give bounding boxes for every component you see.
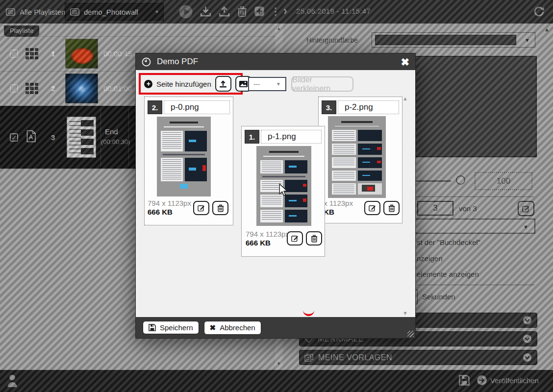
modal-scroll-down-icon[interactable]: ▼ [402,310,408,316]
trash-icon [217,204,224,212]
save-button-label: Speichern [160,323,193,332]
publish-arrow-icon[interactable] [477,375,487,386]
clock-icon [142,57,151,67]
plus-glyph: + [146,80,150,87]
select-arrow-icon: ▼ [525,37,530,43]
upload-icon [219,80,227,88]
tab-current-playlist[interactable]: demo_Photowall ▾ [65,3,164,21]
page-number-input[interactable] [417,201,453,216]
page-name-input[interactable] [164,100,230,114]
column-divider [128,109,129,166]
dialog-header[interactable]: Demo PDF ✖ [136,53,415,70]
playlist-tab[interactable]: Playliste [4,25,39,37]
page-card-p2: 3. 794 x 1123px 666 KB [318,97,402,223]
refresh-button[interactable] [533,6,545,17]
tab-current-playlist-label: demo_Photowall [84,8,138,16]
chevron-down-icon[interactable]: ▾ [155,8,158,15]
anzeigen-text: nzeigen [417,254,443,263]
cancel-button[interactable]: ✖ Abbrechen [204,321,261,335]
edit-page-button[interactable] [518,201,534,216]
item-index: 1 [51,49,55,58]
checkbox-checked-icon[interactable]: ✓ [10,133,18,142]
tab-all-playlists[interactable]: Alle Playlisten [6,3,65,21]
page-card-p1: 1. 794 x 1123px 666 KB [241,126,325,257]
item-duration: 00:01:00 [103,84,132,93]
page-order-badge: 3. [322,100,336,114]
download-button[interactable] [200,6,211,17]
edit-page-button[interactable] [287,231,303,245]
plus-circle-icon: + [144,80,152,88]
accordion-meine-vorlagen[interactable]: MEINE VORLAGEN [299,350,537,365]
add-item-button[interactable] [254,6,265,17]
item-label: End [105,127,118,136]
buchdeckel-text: st der "Buchdeckel" [417,238,480,246]
slider-handle[interactable] [456,175,465,185]
page-card-p0: 2. 794 x 1123px 666 KB [144,97,233,225]
playlist-icon [6,8,15,16]
trash-button[interactable] [237,6,247,17]
checkbox-checked-icon[interactable]: ✓ [10,84,18,93]
dialog-footer: Speichern ✖ Abbrechen [136,317,415,338]
item-thumbnail-poppy[interactable] [65,39,98,69]
playlist-icon [70,8,79,16]
grid-drag-icon[interactable] [25,83,38,94]
edit-page-button[interactable] [364,201,380,215]
item-thumbnail-pdf[interactable] [67,117,96,158]
page-dimensions: 794 x 1123px [148,199,191,208]
background-color-label: Hintergrundfarbe [306,36,358,44]
shrink-images-label: Bilder verkleinern [292,75,352,93]
image-icon [239,80,248,88]
save-button[interactable]: Speichern [143,321,199,334]
background-color-select[interactable]: ▼ [372,32,535,48]
upload-page-button[interactable] [215,76,231,92]
user-icon[interactable] [7,374,18,388]
item-index: 2 [51,84,55,93]
chevron-circle-down-icon [523,316,532,325]
delete-page-button[interactable] [383,201,400,215]
pdf-file-icon [25,130,36,143]
modal-scroll-up-icon[interactable]: ▲ [402,96,408,101]
scroll-up-icon[interactable]: ▲ [276,26,281,31]
cancel-button-label: Abbrechen [220,323,255,332]
delete-page-button[interactable] [306,231,322,245]
item-thumbnail-nebula[interactable] [65,74,98,103]
upload-button[interactable] [219,6,230,17]
page-name-input[interactable] [338,100,399,114]
select-arrow-icon: ▼ [276,81,281,87]
publish-button[interactable]: Veröffentlichen [490,376,539,385]
pdf-page-thumbnail[interactable] [328,116,386,198]
red-annotation-mark [303,310,314,316]
elemente-text: elemente anzeigen [417,270,479,278]
pdf-page-thumbnail[interactable] [157,117,211,196]
shrink-images-button[interactable]: Bilder verkleinern [291,76,353,92]
page-format-select[interactable]: --- ▼ [248,77,286,91]
edit-pencil-icon [198,204,205,212]
chevron-right-icon[interactable]: › [283,5,287,17]
close-icon[interactable]: ✖ [401,57,409,67]
color-swatch [375,35,516,45]
chevron-circle-down-icon [523,334,532,343]
resize-handle[interactable] [407,331,414,337]
seconds-label: Sekunden [422,293,455,301]
checkbox-checked-icon[interactable]: ✓ [10,49,18,58]
page-of-label: von 3 [459,204,477,213]
column-divider [101,109,101,166]
dialog-title: Demo PDF [157,57,198,67]
pdf-page-thumbnail[interactable] [256,146,311,226]
bottom-bar: Veröffentlichen [0,370,553,392]
page-filesize: 666 KB [148,208,191,217]
item-duration: (00:00:30) [101,138,130,146]
more-options-button[interactable]: ⋮ [271,6,280,16]
edit-pencil-icon [369,204,376,212]
edit-page-button[interactable] [193,201,209,215]
delete-page-button[interactable] [212,201,228,215]
panel-scroll-up-icon[interactable]: ▲ [544,26,550,32]
page-name-input[interactable] [261,130,322,144]
play-button[interactable] [178,4,193,19]
grid-drag-icon[interactable] [25,48,38,59]
scroll-down-icon[interactable]: ▼ [276,361,281,366]
save-icon[interactable] [459,375,470,386]
trash-icon [388,204,395,212]
item-index: 3 [51,133,55,142]
opacity-input[interactable] [475,172,532,190]
